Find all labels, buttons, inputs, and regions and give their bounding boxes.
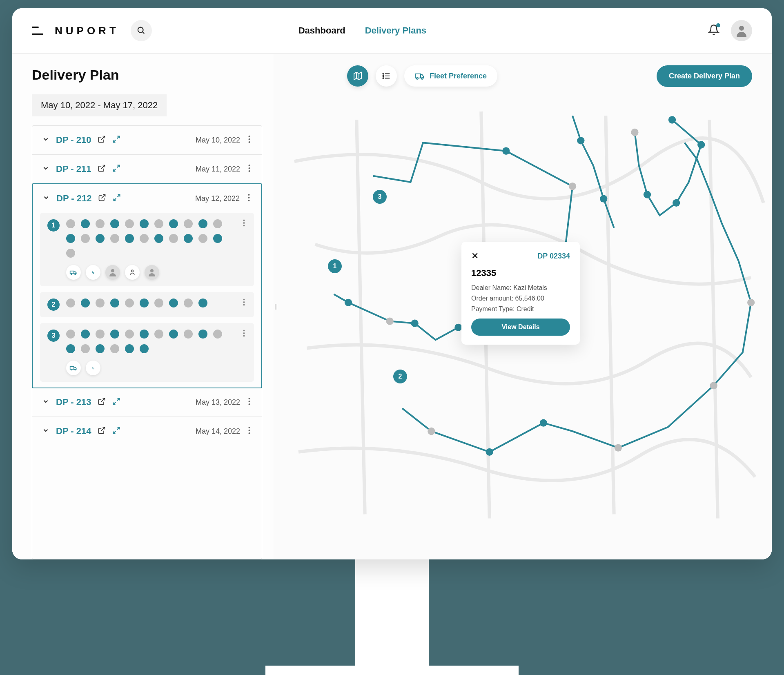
date-range-chip[interactable]: May 10, 2022 - May 17, 2022 bbox=[32, 94, 167, 116]
stop-dot[interactable] bbox=[66, 299, 75, 307]
stop-dot[interactable] bbox=[66, 344, 75, 353]
stop-dot[interactable] bbox=[198, 234, 207, 243]
expand-icon[interactable] bbox=[112, 164, 120, 174]
create-delivery-plan-button[interactable]: Create Delivery Plan bbox=[657, 65, 752, 87]
stop-dot[interactable] bbox=[184, 234, 193, 243]
avatar-badge[interactable] bbox=[105, 265, 120, 280]
stop-dot[interactable] bbox=[66, 219, 75, 228]
avatar-badge[interactable] bbox=[145, 265, 159, 280]
stop-dot[interactable] bbox=[96, 330, 105, 339]
list-view-button[interactable] bbox=[376, 65, 397, 87]
stop-dot[interactable] bbox=[213, 330, 222, 339]
user-avatar-button[interactable] bbox=[731, 20, 752, 41]
chevron-down-icon[interactable] bbox=[42, 427, 49, 436]
chevron-down-icon[interactable] bbox=[42, 194, 50, 203]
stop-dot[interactable] bbox=[184, 330, 193, 339]
stop-dot[interactable] bbox=[198, 330, 207, 339]
stop-dot[interactable] bbox=[140, 299, 149, 307]
stop-dot[interactable] bbox=[169, 299, 178, 307]
plan-id-link[interactable]: DP - 211 bbox=[56, 164, 91, 174]
more-menu-icon[interactable] bbox=[247, 135, 252, 145]
more-menu-icon[interactable] bbox=[247, 426, 252, 436]
plan-id-link[interactable]: DP - 212 bbox=[56, 193, 91, 204]
plan-id-link[interactable]: DP - 214 bbox=[56, 426, 91, 437]
stop-dot[interactable] bbox=[110, 219, 119, 228]
stop-dot[interactable] bbox=[96, 219, 105, 228]
stop-dot[interactable] bbox=[81, 234, 90, 243]
chevron-down-icon[interactable] bbox=[42, 136, 49, 145]
map-view-button[interactable] bbox=[347, 65, 368, 87]
stop-dot[interactable] bbox=[169, 330, 178, 339]
stop-dot[interactable] bbox=[125, 299, 134, 307]
more-menu-icon[interactable] bbox=[247, 397, 252, 407]
stop-dot[interactable] bbox=[66, 249, 75, 258]
stop-dot[interactable] bbox=[184, 219, 193, 228]
stop-dot[interactable] bbox=[154, 299, 163, 307]
more-menu-icon[interactable] bbox=[241, 299, 247, 307]
stop-dot[interactable] bbox=[198, 219, 207, 228]
stop-dot[interactable] bbox=[125, 219, 134, 228]
stop-dot[interactable] bbox=[125, 330, 134, 339]
external-link-icon[interactable] bbox=[98, 164, 106, 174]
notifications-button[interactable] bbox=[708, 24, 719, 37]
stop-dot[interactable] bbox=[154, 234, 163, 243]
more-menu-icon[interactable] bbox=[241, 330, 247, 339]
plan-id-link[interactable]: DP - 213 bbox=[56, 397, 91, 408]
search-button[interactable] bbox=[131, 20, 152, 41]
stop-dot[interactable] bbox=[66, 330, 75, 339]
stop-dot[interactable] bbox=[96, 299, 105, 307]
stop-dot[interactable] bbox=[184, 299, 193, 307]
map-marker[interactable]: 2 bbox=[393, 370, 407, 383]
stop-dot[interactable] bbox=[81, 219, 90, 228]
stop-dot[interactable] bbox=[154, 219, 163, 228]
external-link-icon[interactable] bbox=[98, 194, 106, 203]
currency-badge[interactable]: ৳ bbox=[86, 361, 100, 375]
stop-dot[interactable] bbox=[198, 299, 207, 307]
stop-dot[interactable] bbox=[125, 344, 134, 353]
currency-badge[interactable]: ৳ bbox=[86, 265, 100, 280]
view-details-button[interactable]: View Details bbox=[471, 319, 570, 336]
external-link-icon[interactable] bbox=[98, 135, 106, 145]
tab-dashboard[interactable]: Dashboard bbox=[298, 25, 345, 36]
stop-dot[interactable] bbox=[66, 234, 75, 243]
truck-20f-badge[interactable] bbox=[66, 265, 81, 280]
stop-dot[interactable] bbox=[213, 219, 222, 228]
truck-13f-badge[interactable] bbox=[66, 361, 81, 375]
stop-dot[interactable] bbox=[81, 344, 90, 353]
stop-dot[interactable] bbox=[213, 234, 222, 243]
expand-icon[interactable] bbox=[112, 426, 120, 436]
stop-dot[interactable] bbox=[140, 330, 149, 339]
expand-icon[interactable] bbox=[113, 194, 121, 203]
more-menu-icon[interactable] bbox=[241, 219, 247, 228]
chevron-down-icon[interactable] bbox=[42, 398, 49, 407]
more-menu-icon[interactable] bbox=[246, 194, 252, 203]
expand-icon[interactable] bbox=[112, 135, 120, 145]
stop-dot[interactable] bbox=[169, 234, 178, 243]
fleet-preference-button[interactable]: Fleet Preference bbox=[404, 65, 497, 87]
map-marker[interactable]: 1 bbox=[328, 259, 342, 273]
stop-dot[interactable] bbox=[96, 344, 105, 353]
stop-dot[interactable] bbox=[154, 330, 163, 339]
expand-icon[interactable] bbox=[112, 397, 120, 407]
stop-dot[interactable] bbox=[110, 344, 119, 353]
hamburger-icon[interactable] bbox=[32, 27, 43, 35]
chevron-down-icon[interactable] bbox=[42, 165, 49, 174]
stop-dot[interactable] bbox=[140, 344, 149, 353]
external-link-icon[interactable] bbox=[98, 397, 106, 407]
stop-dot[interactable] bbox=[96, 234, 105, 243]
external-link-icon[interactable] bbox=[98, 426, 106, 436]
stop-dot[interactable] bbox=[140, 219, 149, 228]
person-badge[interactable] bbox=[125, 265, 140, 280]
tab-delivery-plans[interactable]: Delivery Plans bbox=[365, 25, 426, 36]
stop-dot[interactable] bbox=[110, 299, 119, 307]
close-icon[interactable]: ✕ bbox=[471, 251, 479, 261]
stop-dot[interactable] bbox=[169, 219, 178, 228]
map-marker[interactable]: 3 bbox=[373, 190, 387, 204]
more-menu-icon[interactable] bbox=[247, 164, 252, 174]
stop-dot[interactable] bbox=[81, 330, 90, 339]
stop-dot[interactable] bbox=[110, 234, 119, 243]
stop-dot[interactable] bbox=[140, 234, 149, 243]
plan-id-link[interactable]: DP - 210 bbox=[56, 135, 91, 145]
stop-dot[interactable] bbox=[110, 330, 119, 339]
stop-dot[interactable] bbox=[125, 234, 134, 243]
